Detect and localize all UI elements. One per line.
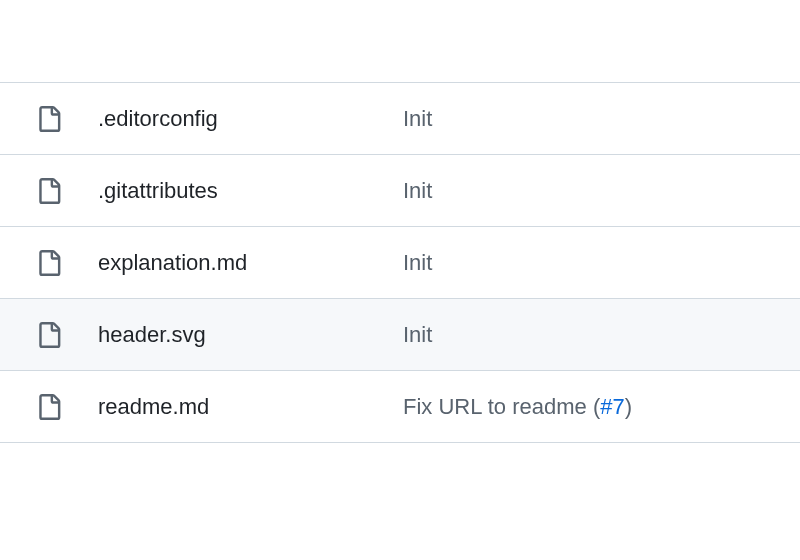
file-name-cell: header.svg	[98, 322, 403, 348]
file-link[interactable]: explanation.md	[98, 250, 247, 275]
file-name-cell: .editorconfig	[98, 106, 403, 132]
commit-link[interactable]: Fix URL to readme (#7)	[403, 394, 632, 419]
file-link[interactable]: .gitattributes	[98, 178, 218, 203]
file-icon	[36, 106, 98, 132]
commit-link[interactable]: Init	[403, 178, 432, 203]
file-name-cell: readme.md	[98, 394, 403, 420]
file-icon	[36, 250, 98, 276]
commit-message-cell: Init	[403, 106, 776, 132]
commit-link[interactable]: Init	[403, 322, 432, 347]
commit-message-cell: Fix URL to readme (#7)	[403, 394, 776, 420]
file-list: .editorconfig Init .gitattributes Init e…	[0, 82, 800, 443]
commit-link[interactable]: Init	[403, 250, 432, 275]
file-row[interactable]: header.svg Init	[0, 299, 800, 371]
file-row[interactable]: .gitattributes Init	[0, 155, 800, 227]
file-link[interactable]: .editorconfig	[98, 106, 218, 131]
file-icon	[36, 322, 98, 348]
file-link[interactable]: header.svg	[98, 322, 206, 347]
file-name-cell: explanation.md	[98, 250, 403, 276]
commit-message-cell: Init	[403, 250, 776, 276]
commit-message-cell: Init	[403, 178, 776, 204]
issue-link[interactable]: #7	[600, 394, 624, 419]
file-row[interactable]: readme.md Fix URL to readme (#7)	[0, 371, 800, 443]
commit-message-cell: Init	[403, 322, 776, 348]
commit-link[interactable]: Init	[403, 106, 432, 131]
file-icon	[36, 394, 98, 420]
file-name-cell: .gitattributes	[98, 178, 403, 204]
file-row[interactable]: .editorconfig Init	[0, 83, 800, 155]
file-row[interactable]: explanation.md Init	[0, 227, 800, 299]
file-link[interactable]: readme.md	[98, 394, 209, 419]
file-icon	[36, 178, 98, 204]
